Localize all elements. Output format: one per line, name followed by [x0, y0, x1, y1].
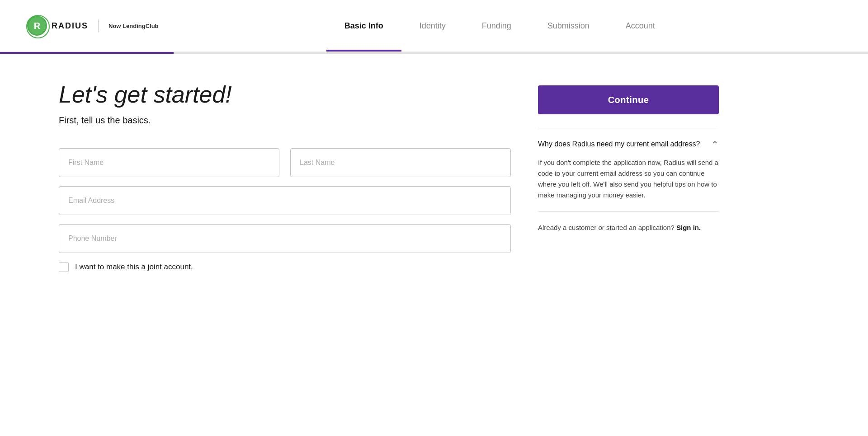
first-name-input[interactable] — [59, 148, 279, 177]
phone-input[interactable] — [59, 224, 511, 253]
phone-row — [59, 224, 511, 253]
step-identity-underline — [401, 50, 464, 52]
main-content: Let's get started! First, tell us the ba… — [0, 54, 868, 299]
email-input[interactable] — [59, 186, 511, 215]
step-funding-underline — [464, 50, 529, 52]
step-funding-label: Funding — [482, 21, 511, 31]
brand-name: RADIUS — [52, 21, 88, 31]
page-subtitle: First, tell us the basics. — [59, 115, 511, 126]
continue-button[interactable]: Continue — [538, 85, 719, 114]
step-account[interactable]: Account — [608, 0, 673, 52]
faq-question-row: Why does Radius need my current email ad… — [538, 139, 719, 150]
step-identity-label: Identity — [420, 21, 446, 31]
step-basic-info-label: Basic Info — [344, 21, 383, 31]
last-name-input[interactable] — [290, 148, 511, 177]
step-basic-info-underline — [326, 50, 401, 52]
logo-area: R RADIUS Now LendingClub — [27, 16, 159, 36]
step-basic-info[interactable]: Basic Info — [326, 0, 401, 52]
sign-in-link[interactable]: Sign in. — [676, 224, 701, 231]
faq-block: Why does Radius need my current email ad… — [538, 128, 719, 201]
joint-account-label: I want to make this a joint account. — [75, 263, 193, 272]
step-submission-underline — [529, 50, 608, 52]
joint-account-row: I want to make this a joint account. — [59, 262, 511, 272]
sign-in-text: Already a customer or started an applica… — [538, 224, 675, 231]
sign-in-row: Already a customer or started an applica… — [538, 211, 719, 233]
chevron-up-icon[interactable]: ⌃ — [711, 139, 719, 150]
logo-icon: R — [27, 16, 47, 36]
form-section: Let's get started! First, tell us the ba… — [59, 81, 511, 272]
right-panel: Continue Why does Radius need my current… — [538, 81, 719, 272]
step-submission[interactable]: Submission — [529, 0, 608, 52]
faq-answer: If you don't complete the application no… — [538, 157, 719, 201]
header: R RADIUS Now LendingClub Basic Info Iden… — [0, 0, 868, 52]
page-title: Let's get started! — [59, 81, 511, 108]
step-account-label: Account — [626, 21, 655, 31]
step-submission-label: Submission — [547, 21, 590, 31]
name-row — [59, 148, 511, 177]
step-identity[interactable]: Identity — [401, 0, 464, 52]
step-account-underline — [608, 50, 673, 52]
step-funding[interactable]: Funding — [464, 0, 529, 52]
joint-account-checkbox[interactable] — [59, 262, 69, 272]
logo-divider — [98, 19, 99, 32]
faq-question: Why does Radius need my current email ad… — [538, 139, 711, 149]
logo-sub: Now LendingClub — [108, 23, 159, 29]
steps-nav: Basic Info Identity Funding Submission A… — [159, 0, 841, 52]
email-row — [59, 186, 511, 215]
